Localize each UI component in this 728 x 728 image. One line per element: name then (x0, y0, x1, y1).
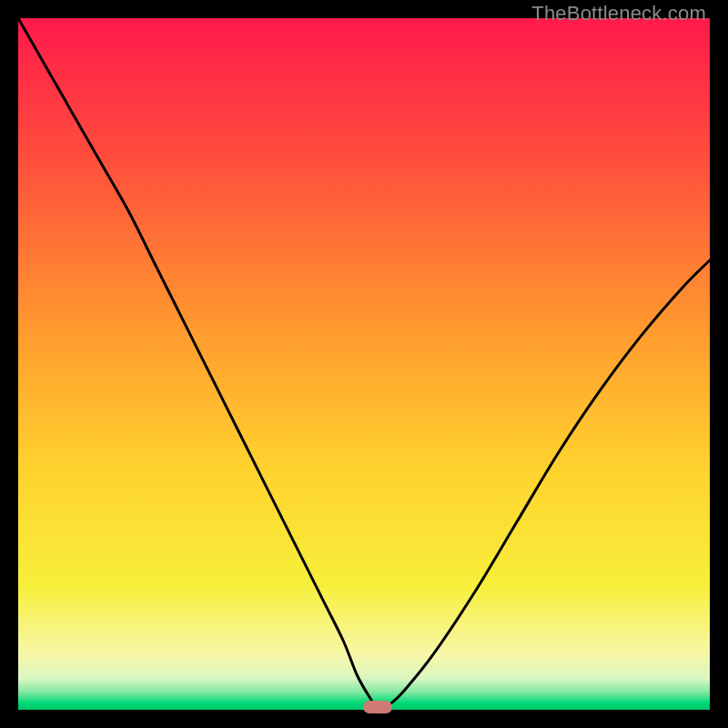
optimal-point-marker (363, 701, 392, 713)
watermark-text: TheBottleneck.com (531, 2, 706, 25)
gradient-background (18, 18, 710, 710)
bottleneck-plot (18, 18, 710, 710)
chart-frame (18, 18, 710, 710)
